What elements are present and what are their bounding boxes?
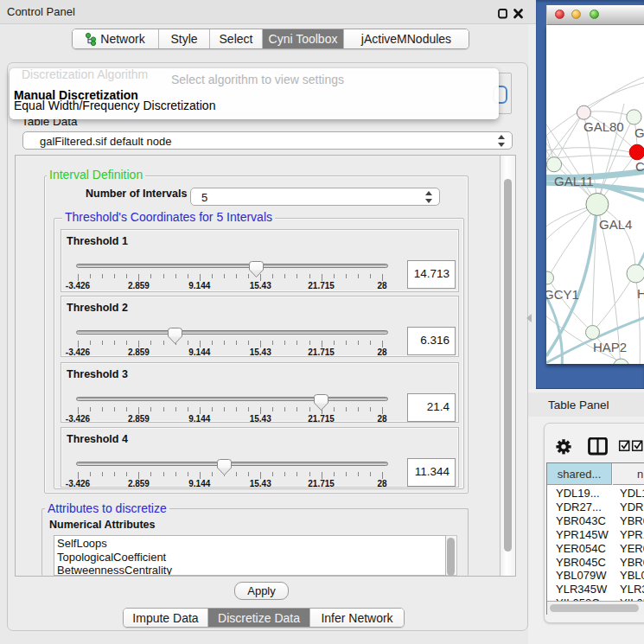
svg-text:HIS7: HIS7 bbox=[637, 286, 644, 301]
svg-text:HAP2: HAP2 bbox=[593, 340, 627, 354]
svg-text:CDC: CDC bbox=[635, 159, 644, 174]
svg-text:GAL11: GAL11 bbox=[554, 174, 594, 188]
svg-text:GAL7: GAL7 bbox=[634, 125, 644, 140]
svg-text:GAL80: GAL80 bbox=[583, 119, 624, 134]
svg-text:GAL4: GAL4 bbox=[599, 217, 632, 232]
svg-text:GCY1: GCY1 bbox=[546, 287, 579, 302]
